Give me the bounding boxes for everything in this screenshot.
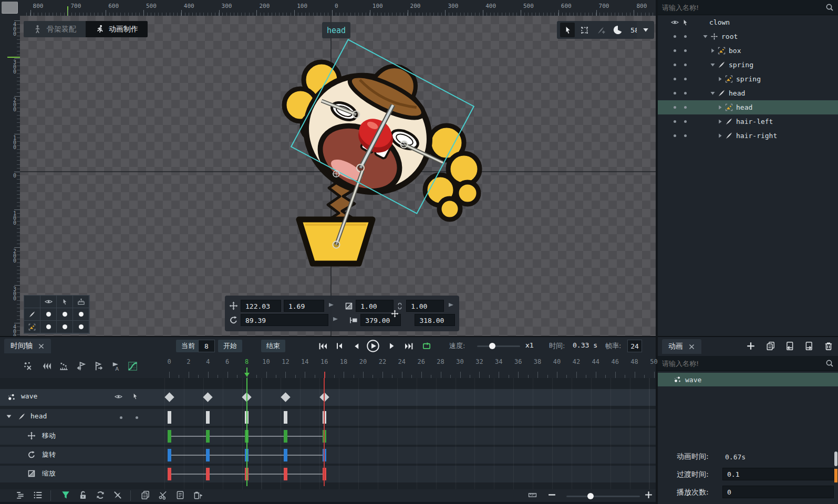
cut-icon[interactable] (158, 490, 168, 500)
keyframe-bar[interactable] (284, 411, 287, 424)
eye-icon[interactable] (40, 296, 57, 308)
select-tool-button[interactable] (560, 23, 575, 37)
speed-slider[interactable] (477, 345, 520, 347)
track-row-head[interactable]: head (0, 409, 656, 426)
plus-icon[interactable] (746, 341, 756, 351)
scale-y-field[interactable]: 1.00 (406, 300, 444, 312)
scale-x-field[interactable]: 1.00 (356, 300, 394, 312)
fps-input[interactable] (627, 340, 642, 352)
filter-icon[interactable] (61, 490, 70, 500)
frame-ruler[interactable]: 0246810121416182022242628303234363840424… (163, 356, 656, 378)
curve-icon[interactable] (128, 361, 138, 371)
keyframe-bar[interactable] (168, 411, 171, 424)
arrows-left-icon[interactable] (42, 361, 51, 371)
skip-to-start-button[interactable] (315, 339, 330, 353)
visibility-dot[interactable] (669, 35, 680, 38)
cursor-icon[interactable] (57, 296, 73, 308)
selectable-dot[interactable] (680, 134, 690, 137)
selectable-dot[interactable] (680, 120, 690, 123)
image-selectable-toggle[interactable] (57, 321, 73, 333)
visibility-dot[interactable] (669, 49, 680, 52)
selectable-dot[interactable] (136, 416, 138, 419)
height-field[interactable]: 318.00 (415, 314, 455, 326)
animation-tab[interactable]: 动画 (662, 339, 701, 354)
expand-arrow-icon[interactable] (709, 47, 716, 54)
lock-icon[interactable] (78, 490, 88, 500)
playhead-tick[interactable] (246, 368, 247, 373)
selectable-dot[interactable] (680, 92, 690, 94)
tree-row-box[interactable]: box (658, 44, 838, 58)
copy-icon[interactable] (766, 341, 775, 351)
keymatrix-icon[interactable] (73, 296, 89, 308)
visibility-dot[interactable] (669, 120, 680, 123)
collapse-arrow-icon[interactable] (709, 90, 716, 97)
keyframe-bar[interactable] (206, 449, 210, 461)
search-icon[interactable] (825, 3, 834, 12)
bone-visible-toggle[interactable] (40, 308, 57, 321)
eye-icon[interactable] (115, 393, 122, 401)
view-options-dropdown[interactable] (637, 21, 654, 39)
rotation-keyframe-flag-icon[interactable] (331, 316, 339, 324)
speed-slider-handle[interactable] (489, 343, 495, 349)
close-icon[interactable] (38, 343, 45, 350)
position-keyframe-flag-icon[interactable] (327, 302, 335, 310)
copy-icon[interactable] (141, 490, 150, 500)
collapse-arrow-icon[interactable] (5, 413, 13, 420)
keyframe-bar[interactable] (284, 449, 287, 461)
track-row-缩放[interactable]: 缩放 (0, 466, 656, 482)
keyframe-bar[interactable] (206, 411, 210, 424)
animation-search-input[interactable] (658, 360, 825, 368)
keyframe-bar[interactable] (284, 468, 287, 480)
keyframe-bar[interactable] (168, 468, 171, 480)
track-row-移动[interactable]: 移动 (0, 428, 656, 445)
timeline-zoom-in-button[interactable] (644, 490, 653, 499)
list-flat-icon[interactable] (33, 490, 43, 500)
list-tree-icon[interactable] (16, 490, 25, 500)
close-icon[interactable] (688, 343, 695, 350)
flag-right-icon[interactable] (94, 361, 104, 371)
visibility-dot[interactable] (669, 134, 680, 137)
offset-keys-icon[interactable] (59, 361, 69, 371)
trash-flag-icon[interactable] (193, 490, 202, 500)
track-row-旋转[interactable]: 旋转 (0, 447, 656, 464)
keyframe-bar[interactable] (168, 430, 171, 443)
paste-icon[interactable] (175, 490, 185, 500)
tab-skeleton-rig[interactable]: 骨架装配 (24, 21, 86, 37)
link-scale-icon[interactable] (396, 302, 404, 310)
keyframe-bar[interactable] (284, 430, 287, 443)
visibility-dot[interactable] (669, 64, 680, 66)
ruler-small-icon[interactable] (528, 490, 537, 499)
play-count-input[interactable] (722, 486, 834, 498)
add-bone-tool-button[interactable] (594, 23, 608, 37)
expand-arrow-icon[interactable] (717, 76, 723, 82)
selectable-dot[interactable] (680, 64, 690, 66)
trash-icon[interactable] (824, 341, 833, 351)
tree-row-head[interactable]: head (658, 100, 838, 114)
tree-row-clown[interactable]: clown (658, 15, 838, 29)
collapse-arrow-icon[interactable] (702, 33, 709, 40)
visibility-dot[interactable] (669, 78, 680, 80)
timeline-zoom-out-button[interactable] (547, 490, 556, 499)
flag-left-icon[interactable] (77, 361, 87, 371)
clown-character-art[interactable] (20, 16, 656, 336)
search-icon[interactable] (825, 359, 834, 368)
tree-row-head[interactable]: head (658, 86, 838, 100)
refresh-icon[interactable] (96, 490, 105, 500)
keyframe-bar[interactable] (168, 449, 171, 461)
selectable-dot[interactable] (680, 49, 690, 52)
timeline-zoom-slider[interactable] (566, 496, 640, 497)
tree-row-spring[interactable]: spring (658, 58, 838, 72)
timeline-zoom-handle[interactable] (587, 493, 594, 499)
viewport-canvas[interactable]: 骨架装配 动画制作 head 58% (20, 16, 656, 336)
tab-animation[interactable]: 动画制作 (86, 21, 148, 37)
rotation-field[interactable]: 89.39 (241, 314, 328, 326)
loop-toggle-button[interactable] (419, 339, 434, 353)
keyframe-diamond[interactable] (164, 392, 174, 402)
flag-a-icon[interactable]: A (110, 361, 120, 371)
play-button[interactable] (366, 339, 380, 353)
bone-key-toggle[interactable] (73, 308, 89, 321)
tree-row-root[interactable]: root (658, 29, 838, 44)
tree-row-spring[interactable]: spring (658, 72, 838, 86)
eye-icon[interactable] (669, 18, 680, 26)
playhead-marker[interactable] (244, 373, 250, 377)
